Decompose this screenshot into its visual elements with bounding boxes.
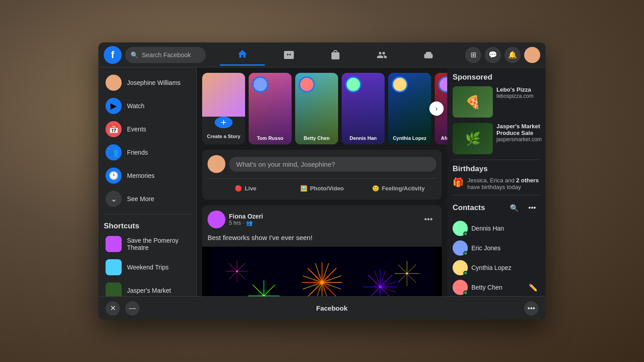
jaspers-thumb	[106, 282, 122, 296]
contact-cynthia-lopez[interactable]: Cynthia Lopez	[453, 258, 540, 278]
post-input-row: What's on your mind, Josephine?	[208, 155, 436, 173]
jaspers-market-name: Jasper's Market Produce Sale	[496, 123, 542, 136]
ad-jaspers-market[interactable]: 🌿 Jasper's Market Produce Sale jaspersma…	[453, 123, 540, 154]
tom-avatar	[252, 76, 268, 93]
birthdays-title: Birthdays	[453, 164, 540, 173]
sidebar-see-more-label: See More	[127, 195, 154, 202]
nav-right: ⊞ 💬 🔔	[465, 47, 540, 63]
contacts-search-button[interactable]: 🔍	[506, 200, 522, 216]
feed: + Create a Story Tom Russo Betty Chen	[197, 67, 447, 296]
post-text: Best fireworks show I've ever seen!	[202, 234, 442, 247]
post-image	[202, 247, 442, 296]
post-header: Fiona Ozeri 5 hrs · 👥 •••	[202, 205, 442, 234]
pomeroy-thumb	[106, 236, 122, 252]
apps-button[interactable]: ⊞	[465, 47, 481, 63]
post-placeholder: What's on your mind, Josephine?	[236, 160, 335, 168]
stories-next-button[interactable]: ›	[429, 101, 444, 116]
dennis-han-name: Dennis Han	[471, 225, 504, 232]
post-user-info: Fiona Ozeri 5 hrs · 👥	[229, 213, 417, 226]
watch-icon: ▶	[106, 98, 122, 114]
sidebar-item-events[interactable]: 📅 Events	[100, 118, 195, 141]
sidebar-events-label: Events	[127, 126, 146, 133]
contact-eric-jones[interactable]: Eric Jones	[453, 238, 540, 258]
sidebar-user-name: Josephine Williams	[127, 79, 181, 86]
bottom-more-button[interactable]: •••	[524, 301, 538, 316]
profile-avatar[interactable]	[524, 47, 540, 63]
events-icon: 📅	[106, 121, 122, 137]
lebos-pizza-url: lebospizza.com	[496, 93, 540, 99]
messenger-button[interactable]: 💬	[485, 47, 501, 63]
tab-marketplace[interactable]	[313, 44, 358, 66]
contact-betty-chen[interactable]: Betty Chen ✏️	[453, 278, 540, 296]
cynthia-online-dot	[463, 271, 468, 275]
cynthia-lopez-avatar	[453, 260, 468, 275]
sidebar-item-user[interactable]: Josephine Williams	[100, 71, 195, 94]
birthday-highlight: 2 others	[516, 177, 539, 184]
betty-online-dot	[463, 290, 468, 295]
betty-chen-name: Betty Chen	[471, 284, 502, 291]
top-nav: f 🔍 Search Facebook ⊞ 💬	[98, 42, 546, 67]
cynthia-avatar	[392, 76, 408, 93]
betty-chen-avatar	[453, 280, 468, 295]
feeling-button[interactable]: 🙂 Feeling/Activity	[360, 182, 436, 194]
sidebar-shortcut-weekend[interactable]: Weekend Trips	[100, 256, 195, 279]
lebos-pizza-thumb: 🍕	[453, 86, 493, 118]
sidebar-item-friends[interactable]: 👥 Friends	[100, 141, 195, 164]
compose-button[interactable]: ✏️	[526, 280, 540, 295]
birthday-text-suffix: have birthdays today	[467, 184, 521, 190]
story-tom-russo[interactable]: Tom Russo	[249, 73, 292, 144]
contacts-header: Contacts 🔍 •••	[453, 200, 540, 216]
cynthia-lopez-label: Cynthia Lopez	[388, 135, 431, 141]
sidebar-item-watch[interactable]: ▶ Watch	[100, 94, 195, 118]
panel-divider-1	[453, 160, 540, 160]
dennis-han-label: Dennis Han	[342, 135, 385, 141]
sidebar-see-more-nav[interactable]: ⌄ See More	[100, 187, 195, 210]
stories-row: + Create a Story Tom Russo Betty Chen	[202, 73, 442, 144]
photo-label: Photo/Video	[310, 185, 344, 192]
create-story-card[interactable]: + Create a Story	[202, 73, 245, 144]
shortcuts-title: Shortcuts	[98, 218, 196, 232]
fireworks-image	[202, 247, 442, 296]
post-shared-icon: 👥	[246, 220, 253, 226]
sidebar-shortcut-jaspers[interactable]: Jasper's Market	[100, 279, 195, 296]
sidebar-divider-1	[104, 214, 191, 215]
tab-home[interactable]	[220, 44, 265, 66]
ad-lebos-pizza[interactable]: 🍕 Lebo's Pizza lebospizza.com	[453, 86, 540, 118]
more-icon: •••	[528, 304, 535, 312]
user-avatar	[106, 75, 122, 91]
contacts-more-button[interactable]: •••	[524, 200, 540, 216]
sponsored-title: Sponsored	[453, 73, 540, 82]
search-box[interactable]: 🔍 Search Facebook	[125, 47, 206, 63]
bottom-close-button[interactable]: ✕	[106, 301, 120, 316]
notifications-button[interactable]: 🔔	[504, 47, 521, 63]
tab-gaming[interactable]	[406, 44, 451, 66]
story-cynthia-lopez[interactable]: Cynthia Lopez	[388, 73, 431, 144]
shortcut-pomeroy-label: Save the Pomeroy Theatre	[127, 237, 189, 251]
story-dennis-han[interactable]: Dennis Han	[342, 73, 385, 144]
sidebar-item-memories[interactable]: 🕐 Memories	[100, 164, 195, 187]
shortcut-jaspers-label: Jasper's Market	[127, 287, 171, 294]
search-label: Search Facebook	[142, 51, 191, 59]
post-input[interactable]: What's on your mind, Josephine?	[229, 157, 436, 172]
facebook-logo[interactable]: f	[104, 46, 122, 64]
tab-groups[interactable]	[360, 44, 404, 66]
live-button[interactable]: 🔴 Live	[208, 182, 284, 194]
post-more-button[interactable]: •••	[420, 211, 436, 227]
birthday-text-prefix: Jessica, Erica and	[467, 177, 516, 184]
photo-video-button[interactable]: 🖼️ Photo/Video	[284, 182, 360, 194]
story-betty-chen[interactable]: Betty Chen	[295, 73, 338, 144]
sidebar-shortcut-pomeroy[interactable]: Save the Pomeroy Theatre	[100, 232, 195, 256]
memories-icon: 🕐	[106, 168, 122, 184]
right-panel: Sponsored 🍕 Lebo's Pizza lebospizza.com …	[447, 67, 546, 296]
eric-jones-name: Eric Jones	[471, 244, 500, 252]
contact-dennis-han[interactable]: Dennis Han	[453, 219, 540, 238]
lebos-pizza-name: Lebo's Pizza	[496, 86, 540, 93]
sidebar: Josephine Williams ▶ Watch 📅 Events 👥 Fr…	[98, 67, 197, 296]
photo-icon: 🖼️	[300, 185, 307, 192]
contacts-title: Contacts	[453, 203, 506, 212]
bottom-minimize-button[interactable]: —	[125, 301, 140, 316]
bottom-bar-title: Facebook	[145, 304, 519, 312]
svg-point-74	[313, 274, 331, 291]
birthday-text: Jessica, Erica and 2 others have birthda…	[467, 177, 540, 190]
tab-watch[interactable]	[267, 44, 311, 66]
